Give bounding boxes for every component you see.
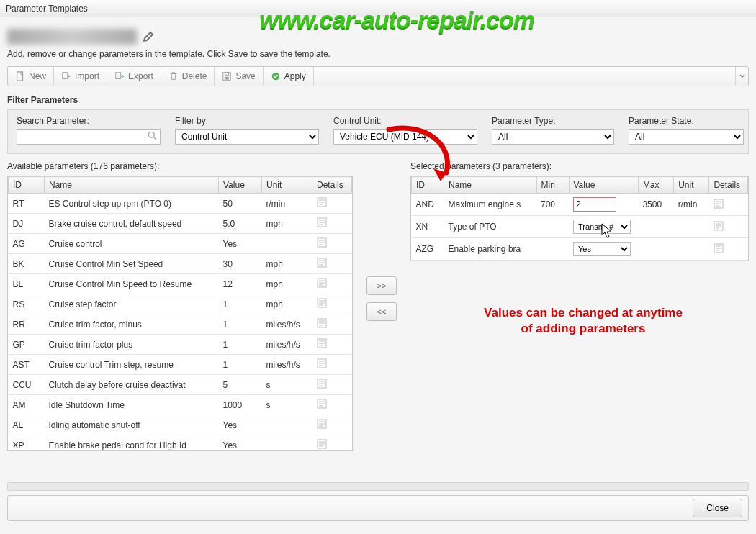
- sel-col-unit[interactable]: Unit: [674, 177, 709, 194]
- sel-col-min[interactable]: Min: [536, 177, 569, 194]
- close-button[interactable]: Close: [693, 499, 742, 517]
- search-input[interactable]: [17, 129, 161, 145]
- details-icon[interactable]: [317, 379, 327, 389]
- cell-unit: [674, 216, 709, 238]
- value-input[interactable]: [573, 197, 616, 212]
- value-select[interactable]: Transm. #: [573, 220, 631, 234]
- move-right-button[interactable]: >>: [366, 276, 397, 295]
- table-row[interactable]: ALIdling automatic shut-offYes: [9, 415, 352, 435]
- cell-name: Cruise control Trim step, resume: [45, 355, 219, 375]
- delete-button[interactable]: Delete: [161, 67, 215, 86]
- search-icon[interactable]: [148, 131, 158, 141]
- col-id[interactable]: ID: [9, 177, 45, 194]
- cell-name: Cruise trim factor plus: [45, 335, 219, 355]
- sel-col-name[interactable]: Name: [444, 177, 536, 194]
- sel-col-value[interactable]: Value: [569, 177, 638, 194]
- horizontal-scrollbar[interactable]: [7, 482, 749, 491]
- pencil-icon[interactable]: [143, 31, 154, 42]
- details-icon[interactable]: [317, 318, 327, 328]
- col-unit[interactable]: Unit: [262, 177, 312, 194]
- svg-rect-4: [225, 77, 229, 80]
- cell-value: 50: [219, 194, 262, 214]
- details-icon[interactable]: [317, 419, 327, 429]
- svg-rect-2: [116, 73, 121, 79]
- details-icon[interactable]: [317, 217, 327, 227]
- cell-id: XN: [412, 216, 444, 238]
- cell-id: AND: [412, 194, 444, 216]
- cell-unit: s: [262, 395, 312, 415]
- cell-unit: mph: [262, 254, 312, 274]
- cell-details: [312, 395, 352, 415]
- details-icon[interactable]: [714, 221, 724, 231]
- new-button[interactable]: New: [8, 67, 54, 86]
- toolbar: New Import Export Delete Save Apply: [7, 66, 749, 86]
- table-row[interactable]: AZGEnable parking braYes: [412, 238, 748, 261]
- cell-name: Cruise Control Min Speed to Resume: [45, 274, 219, 294]
- details-icon[interactable]: [714, 199, 724, 209]
- save-button[interactable]: Save: [215, 67, 263, 86]
- move-left-button[interactable]: <<: [366, 302, 397, 321]
- parameter-type-select[interactable]: All: [492, 129, 614, 145]
- filter-by-select[interactable]: Control Unit: [175, 129, 319, 145]
- details-icon[interactable]: [317, 399, 327, 409]
- cell-id: XP: [9, 435, 45, 451]
- toolbar-overflow[interactable]: [735, 67, 748, 86]
- cell-id: CCU: [9, 375, 45, 395]
- details-icon[interactable]: [317, 237, 327, 248]
- table-row[interactable]: CCUClutch delay before cruise deactivat5…: [9, 375, 352, 395]
- available-scroll[interactable]: ID Name Value Unit Details RTES Control …: [8, 176, 352, 450]
- table-row[interactable]: XNType of PTOTransm. #: [412, 216, 748, 238]
- cell-value: 5: [219, 375, 262, 395]
- details-icon[interactable]: [317, 338, 327, 348]
- table-row[interactable]: AMIdle Shutdown Time1000s: [9, 395, 352, 415]
- cell-name: Cruise control: [45, 234, 219, 254]
- control-unit-select[interactable]: Vehicle ECU (MID 144): [333, 129, 477, 145]
- cell-unit: mph: [262, 294, 312, 314]
- col-value[interactable]: Value: [219, 177, 262, 194]
- table-row[interactable]: BLCruise Control Min Speed to Resume12mp…: [9, 274, 352, 294]
- export-icon: [114, 71, 125, 81]
- cell-unit: mph: [262, 274, 312, 294]
- export-button[interactable]: Export: [107, 67, 161, 86]
- search-parameter-label: Search Parameter:: [17, 116, 161, 126]
- cell-max: [638, 216, 673, 238]
- sel-col-id[interactable]: ID: [412, 177, 444, 194]
- table-row[interactable]: ANDMaximum engine s7003500r/min: [412, 194, 748, 216]
- details-icon[interactable]: [317, 439, 327, 449]
- table-row[interactable]: AGCruise controlYes: [9, 234, 352, 254]
- sel-col-max[interactable]: Max: [638, 177, 673, 194]
- table-row[interactable]: RTES Control step up rpm (PTO 0)50r/min: [9, 194, 352, 214]
- cell-max: 3500: [638, 194, 673, 216]
- col-details[interactable]: Details: [312, 177, 352, 194]
- cell-id: GP: [9, 335, 45, 355]
- table-row[interactable]: XPEnable brake pedal cond for High IdYes: [9, 435, 352, 451]
- col-name[interactable]: Name: [45, 177, 219, 194]
- table-row[interactable]: RRCruise trim factor, minus1miles/h/s: [9, 314, 352, 335]
- cell-name: Idling automatic shut-off: [45, 415, 219, 435]
- table-row[interactable]: RSCruise step factor1mph: [9, 294, 352, 314]
- template-name-blurred: [7, 29, 137, 45]
- details-icon[interactable]: [317, 298, 327, 308]
- parameter-type-label: Parameter Type:: [492, 116, 614, 126]
- cell-details: [709, 194, 748, 216]
- table-row[interactable]: ASTCruise control Trim step, resume1mile…: [9, 355, 352, 375]
- cell-value: Yes: [219, 435, 262, 451]
- apply-button[interactable]: Apply: [264, 67, 314, 86]
- details-icon[interactable]: [317, 278, 327, 288]
- value-select[interactable]: Yes: [573, 242, 631, 256]
- import-button[interactable]: Import: [54, 67, 107, 86]
- table-row[interactable]: GPCruise trim factor plus1miles/h/s: [9, 335, 352, 355]
- parameter-state-select[interactable]: All: [629, 129, 744, 145]
- details-icon[interactable]: [714, 243, 724, 253]
- filter-section-label: Filter Parameters: [7, 95, 749, 105]
- table-row[interactable]: DJBrake cruise control, default speed5.0…: [9, 214, 352, 234]
- instructions-text: Add, remove or change parameters in the …: [7, 49, 749, 59]
- cell-unit: r/min: [674, 194, 709, 216]
- details-icon[interactable]: [317, 258, 327, 268]
- cell-min: [536, 238, 569, 261]
- sel-col-details[interactable]: Details: [709, 177, 748, 194]
- details-icon[interactable]: [317, 358, 327, 368]
- cell-details: [709, 216, 748, 238]
- details-icon[interactable]: [317, 197, 327, 207]
- table-row[interactable]: BKCruise Control Min Set Speed30mph: [9, 254, 352, 274]
